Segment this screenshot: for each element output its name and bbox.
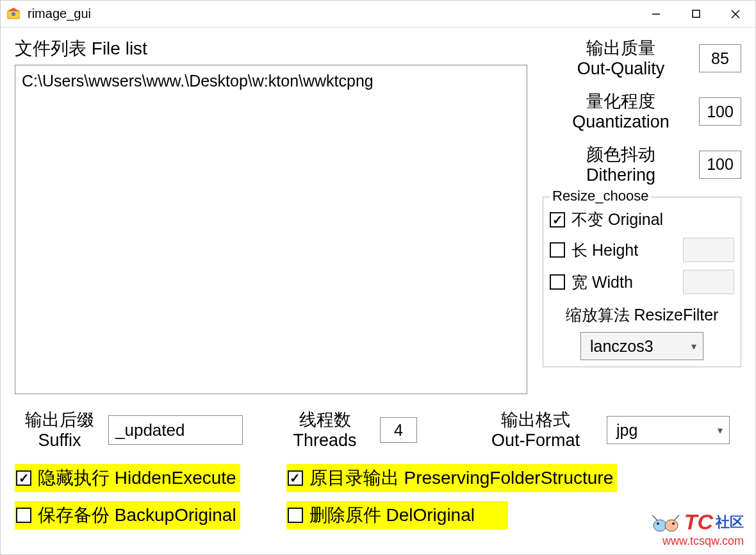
hidden-execute-label: 隐藏执行 HiddenExecute	[38, 466, 236, 490]
watermark-brand: TC 社区	[650, 509, 744, 534]
resize-height-input[interactable]	[683, 238, 734, 262]
resize-width-input[interactable]	[683, 270, 734, 294]
delete-original-check[interactable]: 删除原件 DelOriginal	[286, 501, 508, 529]
svg-point-2	[12, 12, 15, 16]
resize-original-label: 不变 Original	[571, 209, 663, 230]
svg-point-7	[653, 520, 666, 531]
file-list-section: 文件列表 File list C:\Users\wwsers\www.\Desk…	[15, 37, 535, 394]
titlebar: rimage_gui	[1, 1, 755, 28]
window-controls	[636, 1, 755, 27]
resize-group: Resize_choose 不变 Original 长 Height 宽 Wid…	[543, 197, 741, 367]
svg-line-11	[652, 515, 657, 520]
maximize-button[interactable]	[676, 1, 716, 27]
quality-label: 输出质量 Out-Quality	[543, 38, 699, 79]
svg-point-10	[672, 522, 675, 525]
resize-filter-value: lanczos3	[590, 337, 691, 356]
bottom-row1: 输出后缀 Suffix _updated 线程数 Threads 输出格式 Ou…	[15, 410, 741, 451]
bottom-row2: 隐藏执行 HiddenExecute 保存备份 BackupOriginal 原…	[15, 464, 741, 529]
quality-row: 输出质量 Out-Quality	[543, 38, 741, 79]
backup-original-label: 保存备份 BackupOriginal	[38, 503, 236, 527]
preserve-folder-checkbox[interactable]	[288, 470, 303, 486]
window-title: rimage_gui	[28, 6, 91, 21]
dithering-row: 颜色抖动 Dithering	[543, 144, 741, 186]
chevron-down-icon: ▾	[718, 424, 723, 436]
app-window: rimage_gui 文件列表 File list C:\Users\wwser…	[0, 0, 756, 555]
resize-filter-label: 缩放算法 ResizeFilter	[550, 304, 734, 326]
file-list-box[interactable]: C:\Users\wwsers\www.\Desktop\w:kton\wwkt…	[15, 65, 527, 394]
preserve-folder-check[interactable]: 原目录输出 PreservingFolderStructure	[286, 464, 618, 492]
svg-line-12	[674, 515, 679, 520]
svg-point-8	[665, 520, 678, 531]
svg-rect-4	[693, 10, 700, 17]
resize-original-row: 不变 Original	[550, 209, 734, 230]
threads-input[interactable]	[380, 417, 417, 443]
resize-height-label: 长 Height	[571, 240, 638, 261]
svg-marker-1	[8, 8, 19, 11]
quantization-input[interactable]	[699, 97, 741, 126]
dithering-label: 颜色抖动 Dithering	[543, 144, 699, 186]
preserve-folder-label: 原目录输出 PreservingFolderStructure	[309, 466, 614, 490]
delete-original-checkbox[interactable]	[288, 508, 303, 523]
mascot-icon	[650, 511, 682, 533]
format-label: 输出格式 Out-Format	[473, 410, 598, 451]
minimize-button[interactable]	[636, 1, 676, 27]
check-col-left: 隐藏执行 HiddenExecute 保存备份 BackupOriginal	[15, 464, 240, 529]
suffix-input[interactable]: _updated	[108, 415, 243, 445]
resize-original-checkbox[interactable]	[550, 212, 565, 228]
file-list-item[interactable]: C:\Users\wwsers\www.\Desktop\w:kton\wwkt…	[22, 69, 520, 92]
format-value: jpg	[616, 421, 718, 440]
backup-original-checkbox[interactable]	[16, 508, 31, 523]
resize-legend: Resize_choose	[550, 188, 651, 204]
close-button[interactable]	[716, 1, 755, 27]
resize-filter-combo[interactable]: lanczos3 ▾	[580, 332, 703, 360]
right-panel: 输出质量 Out-Quality 量化程度 Quantization 颜色抖动	[543, 37, 741, 394]
file-list-label: 文件列表 File list	[15, 37, 535, 61]
resize-width-label: 宽 Width	[571, 272, 633, 293]
format-combo[interactable]: jpg ▾	[607, 416, 730, 444]
svg-point-9	[657, 522, 659, 525]
watermark: TC 社区 www.tcsqw.com	[650, 509, 744, 548]
resize-height-checkbox[interactable]	[550, 242, 565, 258]
watermark-url: www.tcsqw.com	[650, 534, 744, 548]
backup-original-check[interactable]: 保存备份 BackupOriginal	[15, 501, 240, 529]
suffix-label: 输出后缀 Suffix	[15, 410, 104, 451]
quality-input[interactable]	[699, 44, 741, 72]
dithering-input[interactable]	[699, 151, 741, 179]
resize-height-row: 长 Height	[550, 238, 734, 262]
hidden-execute-check[interactable]: 隐藏执行 HiddenExecute	[15, 464, 240, 492]
chevron-down-icon: ▾	[691, 340, 696, 352]
top-row: 文件列表 File list C:\Users\wwsers\www.\Desk…	[15, 37, 741, 394]
content-area: 文件列表 File list C:\Users\wwsers\www.\Desk…	[1, 28, 755, 554]
quantization-row: 量化程度 Quantization	[543, 91, 741, 133]
resize-width-checkbox[interactable]	[550, 274, 565, 290]
delete-original-label: 删除原件 DelOriginal	[309, 503, 475, 527]
hidden-execute-checkbox[interactable]	[16, 470, 31, 486]
resize-width-row: 宽 Width	[550, 270, 734, 294]
app-icon	[6, 6, 21, 22]
quantization-label: 量化程度 Quantization	[543, 91, 699, 133]
threads-label: 线程数 Threads	[280, 410, 370, 451]
check-col-right: 原目录输出 PreservingFolderStructure 删除原件 Del…	[286, 464, 618, 529]
